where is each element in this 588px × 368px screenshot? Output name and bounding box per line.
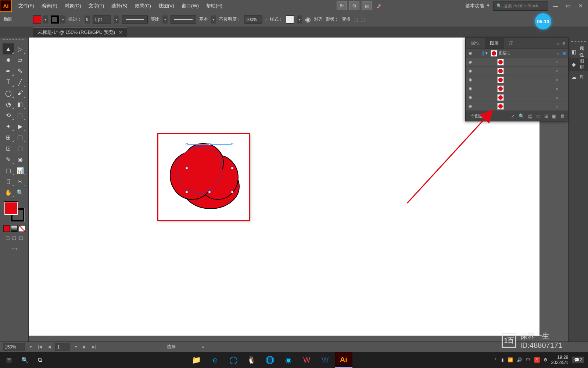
draw-normal-icon[interactable]: ◻ bbox=[6, 235, 10, 241]
stroke-weight-dd[interactable]: ▾ bbox=[114, 15, 119, 24]
battery-icon[interactable]: ▮ bbox=[501, 357, 504, 362]
chrome-icon[interactable]: 🌐 bbox=[261, 352, 279, 368]
volume-icon[interactable]: 🔊 bbox=[517, 357, 522, 362]
tab-properties[interactable]: 属性 bbox=[466, 38, 485, 49]
selection-tool[interactable]: ▲ bbox=[3, 43, 14, 54]
color-mode-gradient[interactable] bbox=[11, 225, 18, 232]
document-tab[interactable]: 未标题-1* @ 150% (RGB/GPU 预览) ✕ bbox=[33, 27, 127, 37]
workspace-dropdown[interactable]: 基本功能 bbox=[462, 2, 491, 10]
hand-tool[interactable]: ✋ bbox=[3, 187, 14, 198]
illustrator-taskbar-icon[interactable]: Ai bbox=[335, 352, 352, 368]
stock-search[interactable]: 🔍 搜索 Adobe Stock bbox=[493, 1, 548, 11]
selection-bounding-box[interactable] bbox=[187, 144, 232, 192]
profile-preview[interactable] bbox=[122, 15, 148, 24]
draw-behind-icon[interactable]: ◻ bbox=[12, 235, 17, 241]
dock-grip[interactable] bbox=[571, 41, 586, 44]
artboard-input[interactable] bbox=[55, 343, 70, 351]
stroke-weight-stepper[interactable]: ⇅ bbox=[85, 15, 90, 24]
sogou-icon[interactable]: S bbox=[534, 357, 540, 363]
magic-wand-tool[interactable]: ✸ bbox=[3, 54, 14, 66]
perspective-tool[interactable]: ◫ bbox=[14, 132, 26, 143]
paintbrush-tool[interactable]: 🖌 bbox=[14, 88, 26, 99]
symbol-sprayer-tool[interactable]: ▢ bbox=[3, 165, 14, 176]
visibility-toggle[interactable]: ◉ bbox=[466, 77, 475, 82]
new-sublayer-icon[interactable]: ⊞ bbox=[544, 113, 548, 119]
locate-icon[interactable]: ↗ bbox=[511, 113, 515, 119]
stroke-weight-input[interactable] bbox=[93, 15, 111, 24]
bridge-icon[interactable]: Br bbox=[337, 1, 347, 10]
pen-tool[interactable]: ✒ bbox=[3, 66, 14, 77]
layer-row[interactable]: ◉...○ bbox=[466, 84, 568, 93]
collect-icon[interactable]: ▤ bbox=[528, 113, 533, 119]
screen-mode-icon[interactable]: ▭ bbox=[11, 245, 17, 252]
ime-icon[interactable]: 中 bbox=[526, 357, 530, 363]
layer-row[interactable]: ◉...○ bbox=[466, 67, 568, 75]
color-proxy[interactable] bbox=[4, 202, 24, 222]
start-button[interactable]: ⊞ bbox=[0, 352, 18, 368]
word-icon[interactable]: W bbox=[316, 352, 334, 368]
panel-menu-icon[interactable]: ≡ bbox=[562, 41, 565, 46]
stroke-swatch[interactable] bbox=[51, 15, 59, 24]
stroke-dropdown[interactable]: ▾ bbox=[60, 15, 65, 24]
artboard-tool[interactable]: ⌷ bbox=[3, 176, 14, 187]
layer-row[interactable]: ◉...○ bbox=[466, 93, 568, 102]
eyedropper-tool[interactable]: ✎ bbox=[3, 154, 14, 165]
lasso-tool[interactable]: ⊃ bbox=[14, 54, 26, 66]
layer-row-parent[interactable]: ◉ ▾ 图层 1 ○ bbox=[466, 49, 568, 58]
tab-layers[interactable]: 图层 bbox=[485, 38, 504, 49]
close-tab-icon[interactable]: ✕ bbox=[119, 30, 122, 35]
toolbox-grip[interactable] bbox=[3, 39, 25, 42]
tab-libraries[interactable]: 库 bbox=[504, 38, 519, 49]
slice-tool[interactable]: ✂ bbox=[14, 176, 26, 187]
width-tool[interactable]: ✦ bbox=[3, 121, 14, 132]
menu-object[interactable]: 对象(O) bbox=[61, 0, 85, 12]
close-button[interactable]: ✕ bbox=[576, 2, 586, 10]
expand-toggle[interactable]: ▾ bbox=[483, 51, 489, 56]
layer-name[interactable]: 图层 1 bbox=[499, 50, 553, 56]
target-icon[interactable]: ○ bbox=[553, 51, 563, 56]
browser-icon[interactable]: ◯ bbox=[225, 352, 242, 368]
shape-label[interactable]: 形状： bbox=[326, 16, 339, 22]
visibility-toggle[interactable]: ◉ bbox=[466, 86, 475, 91]
zoom-dd[interactable]: ▾ bbox=[29, 344, 33, 349]
curvature-tool[interactable]: ✎ bbox=[14, 66, 26, 77]
menu-file[interactable]: 文件(F) bbox=[15, 0, 38, 12]
new-layer-icon[interactable]: ▣ bbox=[552, 113, 556, 119]
zoom-tool[interactable]: 🔍 bbox=[14, 187, 26, 198]
search-icon[interactable]: 🔍 bbox=[519, 113, 524, 119]
taskbar-search[interactable]: 🔍 bbox=[18, 357, 32, 364]
menu-select[interactable]: 选择(S) bbox=[108, 0, 131, 12]
artboard[interactable] bbox=[29, 38, 539, 336]
ellipse-tool[interactable]: ◯ bbox=[3, 88, 14, 99]
profile-dd[interactable]: ▾ bbox=[162, 15, 168, 24]
edge-legacy-icon[interactable]: e bbox=[206, 352, 224, 368]
type-tool[interactable]: T bbox=[3, 77, 14, 88]
fill-dropdown[interactable]: ▾ bbox=[43, 15, 48, 24]
eraser-tool[interactable]: ◧ bbox=[14, 99, 26, 110]
tray-clock[interactable]: 19:292022/5/1 bbox=[551, 355, 569, 365]
settings-tray-icon[interactable]: ⚙ bbox=[544, 357, 548, 362]
transform-label[interactable]: 变换 bbox=[342, 16, 351, 22]
free-transform-tool[interactable]: ▶ bbox=[14, 121, 26, 132]
style-dd[interactable]: ▾ bbox=[297, 15, 302, 24]
visibility-toggle[interactable]: ◉ bbox=[466, 60, 475, 64]
brush-dd[interactable]: ▾ bbox=[211, 15, 216, 24]
brush-preview[interactable] bbox=[171, 15, 196, 24]
shape-builder-tool[interactable]: ⊞ bbox=[3, 132, 14, 143]
align-label[interactable]: 对齐 bbox=[314, 16, 323, 22]
tray-expand-icon[interactable]: ＾ bbox=[493, 357, 498, 363]
layer-row[interactable]: ◉...○ bbox=[466, 102, 568, 111]
maximize-button[interactable]: ▭ bbox=[563, 2, 573, 10]
menu-view[interactable]: 视图(V) bbox=[155, 0, 178, 12]
dock-properties[interactable]: ◧属性 bbox=[569, 46, 588, 58]
explorer-icon[interactable]: 📁 bbox=[188, 352, 205, 368]
delete-icon[interactable]: 🗑 bbox=[560, 113, 565, 119]
edge-icon[interactable]: ◉ bbox=[280, 352, 297, 368]
last-artboard[interactable]: ▶| bbox=[91, 344, 97, 349]
layer-row[interactable]: ◉...○ bbox=[466, 58, 568, 67]
menu-edit[interactable]: 编辑(E) bbox=[38, 0, 61, 12]
notification-icon[interactable]: 💬2 bbox=[572, 357, 584, 363]
visibility-toggle[interactable]: ◉ bbox=[466, 51, 475, 56]
visibility-toggle[interactable]: ◉ bbox=[466, 95, 475, 100]
mask-icon[interactable]: ▭ bbox=[536, 113, 541, 119]
